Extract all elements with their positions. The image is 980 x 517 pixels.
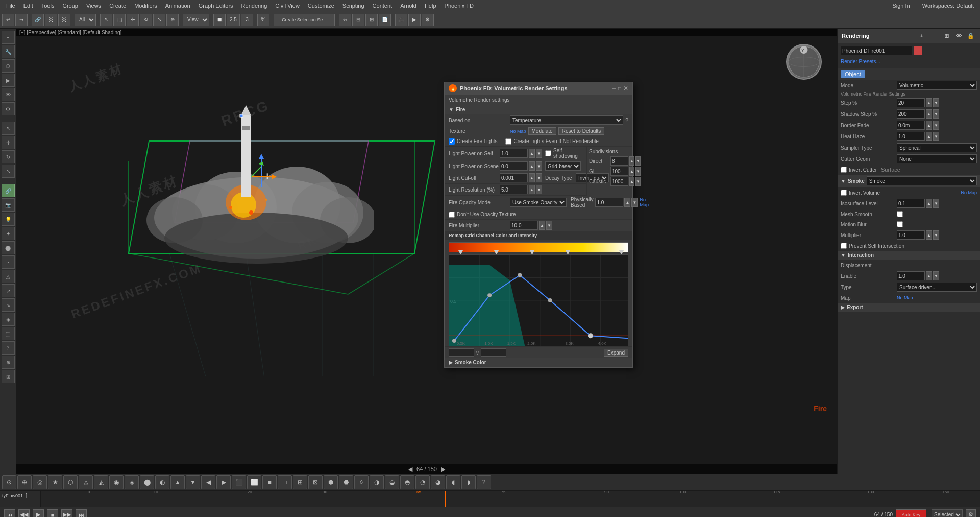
anim-icon-10[interactable]: ⬤ [140,475,154,489]
anim-icon-28[interactable]: ◔ [415,475,430,489]
snap2d-btn[interactable]: 2.5 [227,14,240,26]
anim-icon-23[interactable]: ⬣ [339,475,353,489]
anim-icon-8[interactable]: ◉ [109,475,124,489]
menu-arnold[interactable]: Arnold [396,2,421,10]
isosurface-up[interactable]: ▲ [926,199,932,208]
gi-down[interactable]: ▼ [635,167,641,176]
anim-icon-14[interactable]: ◀ [201,475,215,489]
anim-icon-32[interactable]: ? [477,475,491,489]
percent-btn[interactable]: % [257,14,270,26]
sidebar-particles[interactable]: ✦ [2,227,15,240]
key-filters-btn[interactable]: ⚙ [966,509,976,518]
anim-icon-30[interactable]: ◖ [446,475,460,489]
anim-icon-27[interactable]: ◓ [400,475,414,489]
redo-btn[interactable]: ↪ [15,14,28,26]
snap3d-btn[interactable]: 3 [241,14,253,26]
link-btn[interactable]: 🔗 [32,14,44,26]
sidebar-geo[interactable]: △ [2,270,15,283]
anim-icon-21[interactable]: ⊠ [308,475,323,489]
reset-defaults-btn[interactable]: Reset to Defaults [558,127,605,135]
sidebar-rotate[interactable]: ↻ [2,150,15,163]
panel-eye-icon[interactable]: 👁 [953,31,964,41]
heat-haze-input[interactable] [897,132,925,141]
sidebar-move[interactable]: ✛ [2,136,15,149]
light-resolution-input[interactable] [500,185,528,194]
caustic-down[interactable]: ▼ [635,177,641,186]
light-power-self-input[interactable] [500,149,528,158]
motion-blur-checkbox[interactable] [897,221,903,227]
sidebar-space[interactable]: ⊕ [2,356,15,369]
smoke-section-header[interactable]: ▼ Smoke Smoke [838,175,980,187]
vp-next[interactable]: ▶ [441,466,445,473]
color-swatch[interactable] [914,46,922,55]
auto-key-btn[interactable]: Auto Key [896,509,926,518]
sidebar-utils[interactable]: ⚙ [2,102,15,115]
anim-icon-29[interactable]: ◕ [431,475,445,489]
create-lights-not-renderable-checkbox[interactable]: Create Lights Even If Not Renderable [505,138,598,145]
modulate-btn[interactable]: Modulate [528,127,556,135]
multiplier-down[interactable]: ▼ [933,230,939,240]
light-power-scene-input[interactable] [500,161,528,171]
anim-icon-26[interactable]: ◒ [385,475,399,489]
anim-icon-11[interactable]: ◐ [155,475,169,489]
pb-up[interactable]: ▲ [624,198,630,207]
export-section-header[interactable]: ▶ Export [838,303,980,312]
anim-icon-31[interactable]: ◗ [461,475,476,489]
sidebar-sel[interactable]: ↖ [2,122,15,135]
border-fade-down[interactable]: ▼ [933,121,939,130]
render-presets-label[interactable]: Render Presets... [841,59,880,64]
menu-views[interactable]: Views [82,2,105,10]
enable-up[interactable]: ▲ [926,271,932,280]
panel-list-icon[interactable]: ≡ [929,31,939,41]
anim-icon-25[interactable]: ◑ [370,475,384,489]
anim-icon-13[interactable]: ▼ [186,475,200,489]
tab-object[interactable]: Object [841,70,865,78]
anim-icon-20[interactable]: ⊞ [293,475,307,489]
menu-group[interactable]: Group [58,2,82,10]
fire-section-header[interactable]: ▼ Fire [445,105,632,114]
anim-icon-19[interactable]: □ [278,475,292,489]
light-cutoff-input[interactable] [500,173,528,182]
sidebar-spline[interactable]: ↗ [2,284,15,297]
type-dropdown[interactable]: Surface driven... [897,283,977,292]
menu-rendering[interactable]: Rendering [237,2,272,10]
timeline-track[interactable]: 0 10 20 30 65 75 90 100 115 130 150 [41,491,980,507]
expand-btn[interactable]: Expand [604,349,628,357]
menu-graph-editors[interactable]: Graph Editors [194,2,237,10]
anim-icon-2[interactable]: ⊕ [17,475,32,489]
view-dropdown[interactable]: View [183,14,209,26]
stop-btn[interactable]: ■ [47,509,58,518]
gi-input[interactable] [610,167,628,176]
panel-grid-icon[interactable]: ⊞ [941,31,951,41]
create-sel-btn[interactable]: Create Selection Se... [274,14,335,26]
panel-add-icon[interactable]: + [917,31,927,41]
sidebar-create[interactable]: + [2,31,15,44]
menu-edit[interactable]: Edit [19,2,37,10]
isosurface-input[interactable] [897,199,925,208]
remap-section-header[interactable]: Remap Grid Channel Color and Intensity [445,231,632,240]
anim-icon-12[interactable]: ▲ [170,475,185,489]
lps-down[interactable]: ▼ [536,149,542,158]
render-btn[interactable]: ▶ [408,14,421,26]
go-start-btn[interactable]: ⏮ [4,509,15,518]
go-end-btn[interactable]: ⏭ [76,509,87,518]
sidebar-dynamics[interactable]: ⬤ [2,241,15,254]
lpsc-down[interactable]: ▼ [536,161,542,171]
menu-animation[interactable]: Animation [161,2,194,10]
bind-btn[interactable]: ⛓ [58,14,70,26]
lr-up[interactable]: ▲ [529,185,535,194]
anim-icon-18[interactable]: ■ [262,475,277,489]
sidebar-modify[interactable]: 🔧 [2,45,15,58]
menu-tools[interactable]: Tools [37,2,59,10]
step-up[interactable]: ▲ [926,98,932,107]
sidebar-camera[interactable]: 📷 [2,198,15,212]
navigation-gizmo[interactable]: Y [786,44,822,80]
enable-down[interactable]: ▼ [933,271,939,280]
multiplier-up[interactable]: ▲ [926,230,932,240]
graph-area[interactable]: 0.5 0.5K 1.0K 1.5K 2.5K 3.0K 4.0K [449,254,628,346]
vp-prev[interactable]: ◀ [408,466,412,473]
menu-scripting[interactable]: Scripting [338,2,369,10]
anim-icon-4[interactable]: ★ [48,475,62,489]
sign-in-btn[interactable]: Sign In [888,2,914,10]
next-frame-btn[interactable]: ▶▶ [61,509,72,518]
